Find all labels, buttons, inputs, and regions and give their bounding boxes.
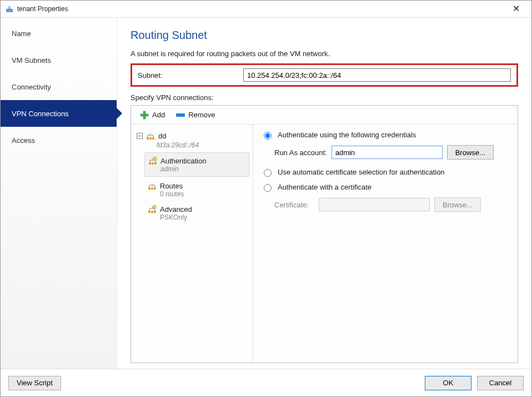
sidebar-item-label: Access: [12, 136, 35, 145]
auth-option-credentials[interactable]: Authenticate using the following credent…: [261, 130, 510, 140]
tree-item-authentication[interactable]: Authentication admin: [144, 152, 249, 177]
close-button[interactable]: ✕: [505, 1, 527, 17]
remove-label: Remove: [188, 111, 215, 119]
svg-rect-5: [147, 137, 149, 140]
runas-input[interactable]: [332, 146, 443, 159]
sidebar-item-access[interactable]: Access: [1, 127, 117, 153]
routes-icon: [148, 181, 157, 190]
cert-input: [319, 198, 430, 211]
tree-item-detail: 0 routes: [148, 190, 249, 198]
cert-label: Certificate:: [274, 201, 314, 209]
sidebar-item-label: Name: [12, 29, 31, 38]
radio-label: Authenticate using the following credent…: [278, 131, 416, 139]
page-description: A subnet is required for routing packets…: [131, 49, 518, 58]
network-icon: [146, 131, 155, 140]
svg-rect-2: [8, 6, 11, 9]
svg-point-11: [153, 157, 157, 160]
auth-option-cert[interactable]: Authenticate with a certificate: [261, 182, 510, 192]
sidebar: Name VM Subnets Connectivity VPN Connect…: [1, 18, 117, 369]
tree-item-advanced[interactable]: Advanced PSKOnly: [131, 201, 253, 225]
dialog-body: Name VM Subnets Connectivity VPN Connect…: [1, 17, 531, 369]
tree-item-label: Authentication: [160, 157, 206, 165]
tree-root-name: dd: [158, 132, 166, 140]
sidebar-item-vm-subnets[interactable]: VM Subnets: [1, 47, 117, 73]
svg-rect-0: [6, 9, 13, 12]
svg-rect-7: [152, 137, 154, 140]
svg-rect-9: [152, 162, 154, 165]
properties-dialog: tenant Properties ✕ Name VM Subnets Conn…: [0, 0, 532, 397]
vpn-connections-box: Add Remove −: [131, 105, 518, 363]
minus-icon: [176, 113, 185, 117]
tree-root[interactable]: − dd fd3a:29cd::/64: [131, 128, 253, 151]
radio-credentials[interactable]: [264, 132, 272, 140]
ok-button[interactable]: OK: [425, 376, 471, 390]
svg-rect-13: [151, 187, 153, 190]
tree-item-detail: PSKOnly: [148, 214, 249, 221]
svg-rect-4: [140, 114, 148, 116]
svg-rect-6: [149, 137, 152, 140]
app-icon: [5, 4, 14, 13]
svg-rect-16: [151, 211, 153, 213]
vpn-toolbar: Add Remove: [131, 106, 518, 125]
svg-rect-17: [154, 211, 156, 213]
cancel-button[interactable]: Cancel: [477, 376, 524, 390]
tree-root-detail: fd3a:29cd::/64: [137, 141, 249, 149]
dialog-footer: View Script OK Cancel: [1, 369, 531, 396]
subnet-row-highlight: Subnet:: [131, 63, 518, 87]
auth-details: Authenticate using the following credent…: [253, 125, 518, 363]
sidebar-item-label: Connectivity: [12, 83, 51, 91]
svg-rect-14: [154, 187, 156, 190]
main-panel: Routing Subnet A subnet is required for …: [117, 18, 531, 369]
remove-button[interactable]: Remove: [173, 110, 218, 120]
svg-rect-15: [148, 211, 150, 213]
add-button[interactable]: Add: [137, 110, 168, 121]
svg-rect-10: [154, 162, 157, 165]
plus-icon: [140, 111, 149, 120]
radio-cert[interactable]: [264, 184, 272, 192]
collapse-icon[interactable]: −: [137, 133, 143, 139]
network-icon: [148, 156, 157, 165]
vpn-split: − dd fd3a:29cd::/64: [131, 125, 518, 363]
tree-item-label: Advanced: [160, 205, 192, 214]
browse-cert-button: Browse...: [434, 197, 481, 212]
radio-label: Use automatic certificate selection for …: [278, 168, 445, 176]
auth-option-auto-cert[interactable]: Use automatic certificate selection for …: [261, 167, 510, 177]
sidebar-item-name[interactable]: Name: [1, 20, 117, 47]
radio-auto-cert[interactable]: [264, 169, 272, 177]
add-label: Add: [152, 111, 165, 119]
view-script-button[interactable]: View Script: [8, 376, 61, 390]
subnet-input[interactable]: [243, 68, 511, 82]
sidebar-item-connectivity[interactable]: Connectivity: [1, 73, 117, 100]
runas-label: Run As account:: [274, 148, 327, 157]
svg-rect-8: [149, 162, 151, 165]
advanced-icon: [148, 205, 157, 214]
svg-point-18: [153, 205, 156, 209]
subnet-label: Subnet:: [138, 71, 238, 80]
tree-item-detail: admin: [148, 165, 245, 173]
titlebar: tenant Properties ✕: [1, 1, 531, 17]
radio-label: Authenticate with a certificate: [278, 183, 372, 191]
sidebar-item-label: VPN Connections: [12, 110, 69, 118]
specify-label: Specify VPN connections:: [131, 93, 518, 102]
svg-rect-1: [6, 9, 13, 9]
page-heading: Routing Subnet: [131, 29, 518, 42]
cert-row: Certificate: Browse...: [274, 197, 510, 212]
browse-runas-button[interactable]: Browse...: [447, 145, 494, 160]
window-title: tenant Properties: [17, 5, 505, 13]
runas-row: Run As account: Browse...: [274, 145, 510, 160]
tree-item-label: Routes: [160, 182, 183, 190]
sidebar-item-vpn-connections[interactable]: VPN Connections: [1, 100, 117, 127]
sidebar-item-label: VM Subnets: [12, 56, 51, 64]
svg-rect-12: [148, 187, 150, 190]
vpn-tree: − dd fd3a:29cd::/64: [131, 125, 253, 363]
tree-item-routes[interactable]: Routes 0 routes: [131, 178, 253, 201]
